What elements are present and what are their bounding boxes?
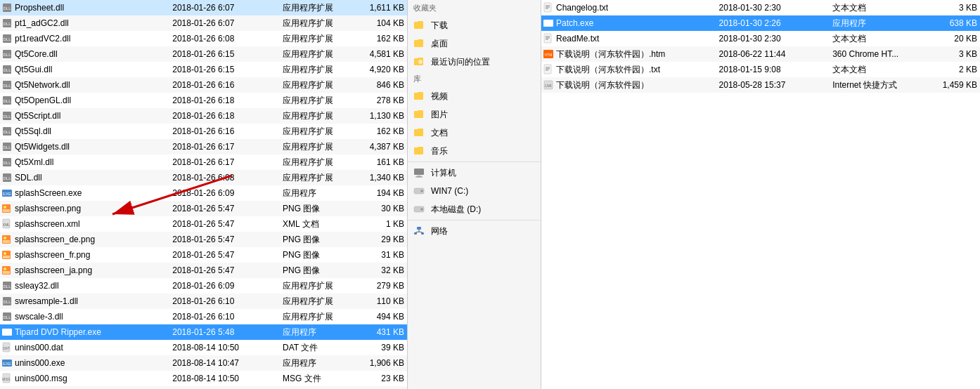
table-row[interactable]: XML splashscreen.xml 2018-01-26 5:47 XML…: [0, 216, 407, 232]
file-name-cell[interactable]: DLL swscale-3.dll: [0, 309, 169, 324]
file-name-cell[interactable]: DLL Qt5Sql.dll: [0, 124, 169, 139]
nav-item[interactable]: 文档: [408, 124, 541, 142]
file-name-cell[interactable]: DLL ssleay32.dll: [0, 278, 169, 294]
nav-item[interactable]: WIN7 (C:): [408, 182, 541, 200]
nav-item[interactable]: 音乐: [408, 142, 541, 160]
dll-icon: DLL: [1, 95, 13, 106]
table-row[interactable]: DLL Qt5Script.dll 2018-01-26 6:18 应用程序扩展…: [0, 108, 407, 124]
file-name-cell[interactable]: DLL Qt5Gui.dll: [0, 62, 169, 77]
nav-item[interactable]: 图片: [408, 105, 541, 124]
file-name-cell[interactable]: DAT unins000.dat: [0, 340, 169, 355]
table-row[interactable]: DLL SDL.dll 2018-01-26 6:08 应用程序扩展 1,340…: [0, 170, 407, 185]
table-row[interactable]: DLL ssleay32.dll 2018-01-26 6:09 应用程序扩展 …: [0, 278, 407, 294]
table-row[interactable]: DAT unins000.dat 2018-08-14 10:50 DAT 文件…: [0, 340, 407, 355]
nav-item[interactable]: 视频: [408, 87, 541, 105]
table-row[interactable]: MSG unins000.msg 2018-08-14 10:50 MSG 文件…: [0, 371, 407, 386]
dat-icon: DAT: [1, 342, 13, 353]
file-name-cell[interactable]: DLL Qt5Script.dll: [0, 108, 169, 124]
table-row[interactable]: DLL Qt5Sql.dll 2018-01-26 6:16 应用程序扩展 16…: [0, 124, 407, 139]
dll-icon: DLL: [1, 126, 13, 137]
file-name-cell[interactable]: DLL swresample-1.dll: [0, 294, 169, 309]
nav-item[interactable]: 计算机: [408, 164, 541, 182]
txt-icon: [543, 64, 554, 75]
file-name: Patch.exe: [556, 18, 593, 28]
table-row[interactable]: Changelog.txt 2018-01-30 2:30 文本文档 3 KB: [541, 0, 980, 15]
table-row[interactable]: DLL pt1_adGC2.dll 2018-01-26 6:07 应用程序扩展…: [0, 15, 407, 31]
file-type: MSG 文件: [280, 371, 348, 386]
file-name-cell[interactable]: EXE unins000.exe: [0, 355, 169, 371]
table-row[interactable]: splashscreen_fr.png 2018-01-26 5:47 PNG …: [0, 247, 407, 263]
file-size: 1,906 KB: [348, 355, 407, 371]
file-name-cell[interactable]: DLL Propsheet.dll: [0, 0, 169, 15]
table-row[interactable]: ReadMe.txt 2018-01-30 2:30 文本文档 20 KB: [541, 31, 980, 46]
table-row[interactable]: DLL Qt5Network.dll 2018-01-26 6:16 应用程序扩…: [0, 77, 407, 93]
file-date: 2018-01-26 6:10: [169, 309, 280, 324]
file-name-cell[interactable]: DLL Qt5Xml.dll: [0, 154, 169, 170]
table-row[interactable]: DLL swscale-3.dll 2018-01-26 6:10 应用程序扩展…: [0, 309, 407, 324]
table-row[interactable]: DLL swresample-1.dll 2018-01-26 6:10 应用程…: [0, 294, 407, 309]
file-name-cell[interactable]: 下载说明（河东软件园）.txt: [541, 62, 716, 77]
file-name-cell[interactable]: EXE Patch.exe: [541, 15, 716, 31]
file-type: Internet 快捷方式: [830, 77, 919, 93]
file-name-cell[interactable]: DLL Qt5Core.dll: [0, 46, 169, 62]
file-name-cell[interactable]: splashscreen.png: [0, 201, 169, 216]
file-name-cell[interactable]: splashscreen_de.png: [0, 232, 169, 247]
file-name-cell[interactable]: XML splashscreen.xml: [0, 216, 169, 232]
table-row[interactable]: HTM 下载说明（河东软件园）.htm 2018-06-22 11:44 360…: [541, 46, 980, 62]
file-name-cell[interactable]: HTM 下载说明（河东软件园）.htm: [541, 46, 716, 62]
file-type: 应用程序: [830, 15, 919, 31]
table-row[interactable]: DLL Qt5Widgets.dll 2018-01-26 6:17 应用程序扩…: [0, 139, 407, 154]
file-name-cell[interactable]: EXE splashScreen.exe: [0, 185, 169, 201]
table-row[interactable]: DLL Qt5OpenGL.dll 2018-01-26 6:18 应用程序扩展…: [0, 93, 407, 108]
file-name-cell[interactable]: DLL Qt5Widgets.dll: [0, 139, 169, 154]
file-name-cell[interactable]: DLL Qt5OpenGL.dll: [0, 93, 169, 108]
table-row[interactable]: splashscreen_ja.png 2018-01-26 5:47 PNG …: [0, 263, 407, 278]
table-row[interactable]: EXE Patch.exe 2018-01-30 2:26 应用程序 638 K…: [541, 15, 980, 31]
nav-item[interactable]: 最近访问的位置: [408, 53, 541, 71]
nav-item[interactable]: 下载: [408, 16, 541, 34]
table-row[interactable]: DLL Propsheet.dll 2018-01-26 6:07 应用程序扩展…: [0, 0, 407, 15]
table-row[interactable]: splashscreen.png 2018-01-26 5:47 PNG 图像 …: [0, 201, 407, 216]
file-name-cell[interactable]: LNK 下载说明（河东软件园）: [541, 77, 716, 93]
file-name: 下载说明（河东软件园）: [556, 79, 649, 91]
table-row[interactable]: DLL Utility.dll 2018-01-26 6:11 应用程序扩展 2…: [0, 386, 407, 389]
folder-music-icon: [413, 145, 425, 157]
nav-item[interactable]: 本地磁盘 (D:): [408, 200, 541, 218]
file-name-cell[interactable]: DLL pt1readVC2.dll: [0, 31, 169, 46]
file-type: 应用程序扩展: [280, 15, 348, 31]
file-date: 2018-01-26 6:08: [169, 31, 280, 46]
nav-item[interactable]: 网络: [408, 222, 541, 240]
file-type: 应用程序扩展: [280, 46, 348, 62]
svg-rect-37: [3, 256, 10, 258]
svg-text:XML: XML: [3, 223, 11, 227]
svg-rect-34: [3, 240, 10, 243]
file-name-cell[interactable]: splashscreen_fr.png: [0, 247, 169, 263]
folder-picture-icon: [413, 109, 425, 120]
file-type: 应用程序扩展: [280, 0, 348, 15]
file-name-cell[interactable]: DLL SDL.dll: [0, 170, 169, 185]
file-name-cell[interactable]: DLL Qt5Network.dll: [0, 77, 169, 93]
file-name-cell[interactable]: DLL pt1_adGC2.dll: [0, 15, 169, 31]
file-size: 1,459 KB: [919, 77, 980, 93]
table-row[interactable]: DLL pt1readVC2.dll 2018-01-26 6:08 应用程序扩…: [0, 31, 407, 46]
file-name: splashscreen.png: [15, 204, 81, 213]
table-row[interactable]: 下载说明（河东软件园）.txt 2018-01-15 9:08 文本文档 2 K…: [541, 62, 980, 77]
nav-item[interactable]: 桌面: [408, 34, 541, 53]
file-name-cell[interactable]: MSG unins000.msg: [0, 371, 169, 386]
table-row[interactable]: EXE unins000.exe 2018-08-14 10:47 应用程序 1…: [0, 355, 407, 371]
table-row[interactable]: DLL Qt5Core.dll 2018-01-26 6:15 应用程序扩展 4…: [0, 46, 407, 62]
table-row[interactable]: DLL Qt5Xml.dll 2018-01-26 6:17 应用程序扩展 16…: [0, 154, 407, 170]
table-row[interactable]: splashscreen_de.png 2018-01-26 5:47 PNG …: [0, 232, 407, 247]
table-row[interactable]: EXE Tipard DVD Ripper.exe 2018-01-26 5:4…: [0, 324, 407, 340]
file-name-cell[interactable]: ReadMe.txt: [541, 31, 716, 46]
table-row[interactable]: DLL Qt5Gui.dll 2018-01-26 6:15 应用程序扩展 4,…: [0, 62, 407, 77]
file-type: PNG 图像: [280, 263, 348, 278]
table-row[interactable]: LNK 下载说明（河东软件园） 2018-05-28 15:37 Interne…: [541, 77, 980, 93]
file-name-cell[interactable]: EXE Tipard DVD Ripper.exe: [0, 324, 169, 340]
table-row[interactable]: EXE splashScreen.exe 2018-01-26 6:09 应用程…: [0, 185, 407, 201]
file-name-cell[interactable]: Changelog.txt: [541, 0, 716, 15]
file-name-cell[interactable]: splashscreen_ja.png: [0, 263, 169, 278]
file-date: 2018-01-26 6:11: [169, 386, 280, 389]
file-name-cell[interactable]: DLL Utility.dll: [0, 386, 169, 389]
file-date: 2018-01-26 6:08: [169, 170, 280, 185]
